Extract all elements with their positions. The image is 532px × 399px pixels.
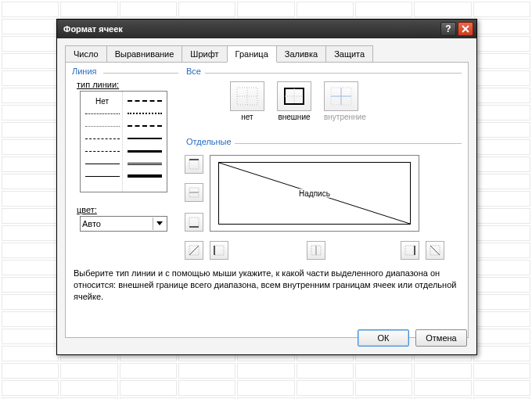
- svg-line-17: [189, 246, 199, 255]
- color-dropdown[interactable]: Авто: [80, 216, 167, 232]
- tab-protection[interactable]: Защита: [325, 45, 373, 63]
- tab-row: Число Выравнивание Шрифт Граница Заливка…: [57, 38, 476, 62]
- line-style-none[interactable]: Нет: [95, 97, 109, 106]
- border-top-button[interactable]: [185, 155, 203, 174]
- border-panel: Линия тип линии: Нет: [65, 63, 469, 338]
- line-section-title: Линия: [69, 66, 100, 76]
- border-hmid-button[interactable]: [185, 183, 203, 202]
- tab-font[interactable]: Шрифт: [182, 45, 227, 63]
- ok-button[interactable]: ОК: [358, 329, 409, 347]
- separate-section-title: Отдельные: [183, 137, 235, 146]
- chevron-down-icon: [153, 217, 165, 230]
- border-diag-up-button[interactable]: [185, 241, 203, 260]
- svg-rect-9: [189, 160, 199, 169]
- tab-fill[interactable]: Заливка: [276, 45, 326, 63]
- border-preview[interactable]: Надпись: [210, 155, 419, 232]
- tab-number[interactable]: Число: [65, 45, 107, 63]
- border-none-icon: [235, 86, 259, 106]
- cancel-button[interactable]: Отмена: [415, 329, 467, 347]
- preset-none[interactable]: нет: [230, 81, 264, 121]
- format-cells-dialog: Формат ячеек ? Число Выравнивание Шрифт …: [56, 19, 477, 355]
- border-bottom-button[interactable]: [185, 213, 203, 232]
- help-text: Выберите тип линии и с помощью мыши укаж…: [74, 268, 460, 303]
- svg-rect-22: [405, 246, 415, 255]
- preset-outline[interactable]: внешние: [277, 81, 311, 121]
- line-style-item[interactable]: [82, 107, 122, 120]
- svg-rect-13: [189, 217, 199, 227]
- line-type-label: тип линии:: [77, 80, 178, 89]
- border-left-button[interactable]: [210, 241, 228, 260]
- line-style-item[interactable]: [124, 107, 165, 120]
- color-value: Авто: [82, 219, 101, 228]
- line-style-item[interactable]: [82, 145, 122, 157]
- line-style-item[interactable]: [124, 120, 165, 132]
- line-style-item[interactable]: [124, 157, 165, 170]
- line-section: Линия тип линии: Нет: [69, 67, 178, 255]
- line-style-item[interactable]: [124, 145, 165, 157]
- presets-section: Все нет внешние внутренние: [183, 67, 462, 124]
- help-button[interactable]: ?: [440, 22, 456, 36]
- border-diag-down-button[interactable]: [426, 241, 444, 260]
- tab-alignment[interactable]: Выравнивание: [106, 45, 183, 63]
- line-style-item[interactable]: [124, 95, 165, 107]
- tab-border[interactable]: Граница: [227, 45, 277, 63]
- line-style-item[interactable]: [82, 157, 122, 170]
- line-style-item[interactable]: [124, 132, 165, 145]
- border-right-button[interactable]: [401, 241, 419, 260]
- border-editor: Надпись: [183, 153, 462, 263]
- svg-rect-18: [214, 246, 224, 255]
- dialog-buttons: ОК Отмена: [358, 329, 467, 347]
- border-inside-icon: [329, 86, 353, 106]
- border-vmid-button[interactable]: [307, 241, 325, 260]
- line-style-item[interactable]: [82, 170, 122, 182]
- line-style-item[interactable]: [124, 170, 165, 182]
- line-style-item[interactable]: [82, 132, 122, 145]
- close-icon: [462, 25, 469, 33]
- presets-section-title: Все: [183, 66, 204, 76]
- svg-line-25: [430, 246, 440, 255]
- color-label: цвет:: [77, 205, 178, 214]
- window-title: Формат ячеек: [63, 24, 123, 34]
- line-style-item[interactable]: [82, 120, 122, 132]
- preset-inside: внутренние: [324, 81, 366, 121]
- border-outline-icon: [282, 86, 306, 106]
- close-button[interactable]: [458, 22, 473, 36]
- preview-label: Надпись: [297, 189, 332, 198]
- titlebar[interactable]: Формат ячеек ?: [57, 20, 476, 38]
- line-style-picker[interactable]: Нет: [80, 91, 167, 192]
